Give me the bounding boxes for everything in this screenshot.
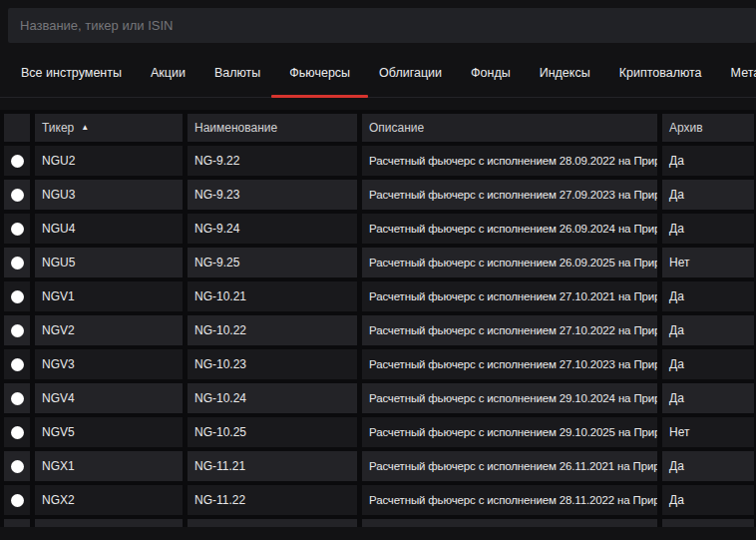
name-cell: NG-10.22 (188, 315, 357, 345)
description-cell: Расчетный фьючерс с исполнением 26.11.20… (362, 451, 657, 481)
table-row[interactable]: NGU2 NG-9.22 Расчетный фьючерс с исполне… (4, 146, 754, 176)
tab-label: Металлы (731, 66, 756, 80)
name-cell: NG-10.23 (188, 349, 357, 379)
tab-label: Индексы (540, 66, 590, 80)
description-cell: Расчетный фьючерс с исполнением 28.11.20… (362, 485, 657, 515)
description-cell: Расчетный фьючерс с исполнением 29.10.20… (362, 383, 657, 413)
radio-cell (4, 281, 30, 311)
ticker-cell: NGV3 (35, 349, 183, 379)
radio-cell (4, 146, 30, 176)
tab-label: Криптовалюта (619, 66, 702, 80)
name-cell: NG-10.25 (188, 417, 357, 447)
tab[interactable]: Фонды (471, 49, 511, 97)
name-cell: NG-10.24 (188, 383, 357, 413)
name-cell: NG-9.25 (188, 248, 357, 277)
archive-cell: Да (662, 180, 754, 210)
instrument-tabs: Все инструменты Акции Валюты Фьючерсы Об… (0, 43, 756, 98)
archive-cell: Да (662, 315, 754, 345)
archive-cell: Да (662, 281, 754, 311)
radio-button[interactable] (11, 257, 24, 270)
table-header: Тикер ▲ Наименование Описание Архив (4, 114, 754, 142)
table-row[interactable]: NGV3 NG-10.23 Расчетный фьючерс с исполн… (4, 349, 754, 379)
tab-label: Все инструменты (21, 66, 122, 80)
archive-cell: Да (662, 485, 754, 515)
tab[interactable]: Металлы (731, 49, 756, 97)
tab-label: Акции (151, 66, 186, 80)
table-row-partial[interactable] (4, 519, 754, 527)
table-row[interactable]: NGV5 NG-10.25 Расчетный фьючерс с исполн… (4, 417, 754, 447)
description-cell: Расчетный фьючерс с исполнением 28.09.20… (362, 146, 657, 176)
description-cell: Расчетный фьючерс с исполнением 26.09.20… (362, 214, 657, 244)
table-row[interactable]: NGU5 NG-9.25 Расчетный фьючерс с исполне… (4, 248, 754, 277)
archive-cell: Нет (662, 248, 754, 277)
name-cell: NG-10.21 (188, 281, 357, 311)
radio-button[interactable] (11, 426, 24, 439)
radio-cell (4, 383, 30, 413)
tab[interactable]: Все инструменты (21, 49, 122, 97)
table-row[interactable]: NGU3 NG-9.23 Расчетный фьючерс с исполне… (4, 180, 754, 210)
table-row[interactable]: NGU4 NG-9.24 Расчетный фьючерс с исполне… (4, 214, 754, 244)
radio-cell (4, 451, 30, 481)
description-cell: Расчетный фьючерс с исполнением 27.10.20… (362, 281, 657, 311)
ticker-cell: NGX1 (35, 451, 183, 481)
sort-asc-icon: ▲ (81, 124, 89, 132)
radio-cell (4, 214, 30, 244)
tab[interactable]: Валюты (214, 49, 260, 97)
name-cell: NG-11.22 (188, 485, 357, 515)
description-cell: Расчетный фьючерс с исполнением 26.09.20… (362, 248, 657, 277)
tab-label: Фьючерсы (289, 66, 350, 80)
table-row[interactable]: NGV2 NG-10.22 Расчетный фьючерс с исполн… (4, 315, 754, 345)
ticker-cell: NGV1 (35, 281, 183, 311)
archive-cell: Нет (662, 417, 754, 447)
header-description: Описание (362, 114, 657, 142)
radio-button[interactable] (11, 460, 24, 473)
name-cell: NG-11.21 (188, 451, 357, 481)
tab[interactable]: Облигации (379, 49, 442, 97)
description-cell (362, 519, 657, 527)
table-row[interactable]: NGX1 NG-11.21 Расчетный фьючерс с исполн… (4, 451, 754, 481)
radio-cell (4, 417, 30, 447)
radio-cell (4, 248, 30, 277)
radio-button[interactable] (11, 494, 24, 507)
radio-button[interactable] (11, 324, 24, 337)
archive-cell: Да (662, 451, 754, 481)
radio-button[interactable] (11, 189, 24, 202)
ticker-cell (35, 519, 183, 527)
tab-label: Фонды (471, 66, 511, 80)
radio-button[interactable] (11, 290, 24, 303)
tab[interactable]: Индексы (540, 49, 590, 97)
header-archive: Архив (662, 114, 754, 142)
ticker-cell: NGU4 (35, 214, 183, 244)
instrument-search (8, 8, 756, 43)
ticker-cell: NGX2 (35, 485, 183, 515)
radio-button[interactable] (11, 223, 24, 236)
header-ticker[interactable]: Тикер ▲ (35, 114, 183, 142)
archive-cell: Да (662, 146, 754, 176)
table-row[interactable]: NGV4 NG-10.24 Расчетный фьючерс с исполн… (4, 383, 754, 413)
tab[interactable]: Фьючерсы (289, 49, 350, 97)
archive-cell: Да (662, 383, 754, 413)
header-radio-cell (4, 114, 30, 142)
table-row[interactable]: NGV1 NG-10.21 Расчетный фьючерс с исполн… (4, 281, 754, 311)
instruments-table: Тикер ▲ Наименование Описание Архив NGU2… (0, 110, 756, 527)
header-ticker-label: Тикер (42, 121, 74, 135)
name-cell: NG-9.23 (188, 180, 357, 210)
radio-cell (4, 349, 30, 379)
search-input[interactable] (8, 8, 756, 43)
radio-button[interactable] (11, 155, 24, 168)
description-cell: Расчетный фьючерс с исполнением 27.10.20… (362, 315, 657, 345)
table-row[interactable]: NGX2 NG-11.22 Расчетный фьючерс с исполн… (4, 485, 754, 515)
tab[interactable]: Криптовалюта (619, 49, 702, 97)
name-cell: NG-9.24 (188, 214, 357, 244)
tab[interactable]: Акции (151, 49, 186, 97)
ticker-cell: NGV5 (35, 417, 183, 447)
radio-button[interactable] (11, 358, 24, 371)
radio-cell (4, 315, 30, 345)
archive-cell (662, 519, 754, 527)
ticker-cell: NGV4 (35, 383, 183, 413)
radio-button[interactable] (11, 392, 24, 405)
archive-cell: Да (662, 349, 754, 379)
description-cell: Расчетный фьючерс с исполнением 27.10.20… (362, 349, 657, 379)
description-cell: Расчетный фьючерс с исполнением 27.09.20… (362, 180, 657, 210)
radio-cell (4, 180, 30, 210)
